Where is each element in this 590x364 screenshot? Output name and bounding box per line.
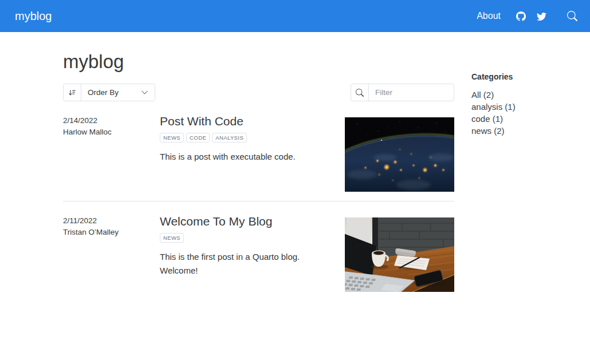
tag-badge: analysis (212, 133, 247, 143)
post-title-link[interactable]: Welcome To My Blog (160, 214, 337, 228)
navbar-right: About (477, 11, 577, 21)
tag-badge: code (186, 133, 210, 143)
sort-icon (64, 84, 81, 101)
post-author: Harlow Malloc (63, 126, 152, 138)
tag-badge: news (160, 133, 184, 143)
filter-search-icon (351, 84, 369, 101)
filter-input[interactable] (369, 84, 454, 101)
category-item-code[interactable]: code (1) (471, 113, 563, 125)
post-author: Tristan O’Malley (63, 227, 152, 238)
post-meta: 2/14/2022 Harlow Malloc (63, 114, 152, 192)
post-description: This is the first post in a Quarto blog.… (160, 250, 337, 278)
post-tags: news (160, 233, 337, 243)
listing-toolbar: Order By (63, 84, 454, 101)
post-listing-item[interactable]: 2/11/2022 Tristan O’Malley Welcome To My… (63, 214, 454, 292)
post-title-link[interactable]: Post With Code (160, 114, 337, 128)
categories-title: Categories (471, 72, 563, 81)
page-layout: myblog Order By (0, 32, 590, 292)
order-by-select[interactable]: Order By (81, 84, 155, 101)
categories-sidebar: Categories All (2) analysis (1) code (1)… (471, 32, 563, 292)
post-date: 2/14/2022 (63, 115, 152, 126)
order-by-label: Order By (88, 88, 119, 97)
post-meta: 2/11/2022 Tristan O’Malley (63, 214, 152, 292)
top-navbar: myblog About (0, 0, 590, 32)
post-listing-item[interactable]: 2/14/2022 Harlow Malloc Post With Code n… (63, 114, 454, 192)
listing-main: myblog Order By (63, 32, 454, 292)
post-thumbnail-earth[interactable] (345, 117, 454, 192)
order-by-control: Order By (63, 84, 155, 101)
github-icon[interactable] (516, 11, 526, 21)
post-body: Post With Code news code analysis This i… (160, 114, 337, 192)
post-thumbnail-desk[interactable] (345, 217, 454, 292)
category-item-analysis[interactable]: analysis (1) (471, 101, 563, 113)
search-icon[interactable] (567, 11, 577, 21)
post-divider (63, 201, 454, 201)
nav-link-about[interactable]: About (477, 11, 501, 21)
filter-control (351, 84, 454, 101)
twitter-icon[interactable] (537, 11, 546, 21)
tag-badge: news (160, 233, 184, 243)
category-item-news[interactable]: news (2) (471, 125, 563, 137)
post-date: 2/11/2022 (63, 215, 152, 227)
chevron-down-icon (141, 89, 148, 96)
category-item-all[interactable]: All (2) (471, 89, 563, 101)
post-description: This is a post with executable code. (160, 150, 337, 164)
post-tags: news code analysis (160, 133, 337, 143)
page-title: myblog (63, 51, 454, 73)
post-body: Welcome To My Blog news This is the firs… (160, 214, 337, 292)
navbar-brand[interactable]: myblog (15, 10, 52, 23)
